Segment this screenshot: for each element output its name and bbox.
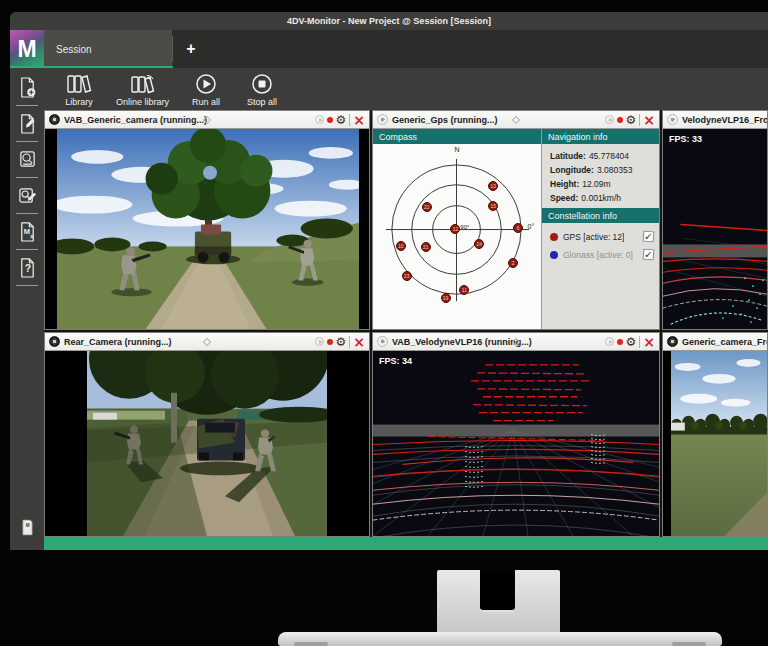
search-disk-button[interactable] — [10, 145, 44, 174]
online-library-button[interactable]: Online library — [108, 68, 177, 110]
satellite-dot-19: 19 — [441, 293, 451, 303]
window-title: 4DV-Monitor - New Project @ Session [Ses… — [287, 16, 491, 26]
panel-front-camera: Generic_camera_Front (running...) — [662, 332, 768, 537]
move-handle-icon[interactable] — [203, 337, 211, 345]
camera-scene — [57, 129, 359, 329]
status-bar — [44, 537, 768, 550]
compass-north-label: N — [454, 146, 459, 153]
glonass-dot-icon — [550, 251, 558, 259]
panel-vab-camera: VAB_Generic_camera (running...) ⚙ × — [44, 110, 370, 330]
panel-title: Generic_Gps (running...) — [392, 115, 498, 125]
record-button[interactable] — [327, 339, 333, 345]
camera-status-icon — [667, 336, 678, 347]
new-document-button[interactable] — [10, 73, 44, 102]
close-monitor-doc-button[interactable]: M × — [10, 217, 44, 246]
tab-session[interactable]: Session — [44, 30, 172, 68]
satellite-dot-15: 15 — [488, 201, 498, 211]
constellation-glonass-row: Glonass [active: 0] ✓ — [550, 249, 654, 260]
edit-document-button[interactable] — [10, 109, 44, 138]
play-button[interactable] — [605, 115, 614, 124]
edit-disk-button[interactable] — [10, 181, 44, 210]
close-panel-button[interactable]: × — [353, 337, 365, 347]
constellation-gps-row: GPS [active: 12] ✓ — [550, 231, 654, 242]
panel-lidar-front: VelodyneVLP16_Front (running...) FPS: 33 — [662, 110, 768, 330]
header-separator — [349, 336, 350, 348]
desktop-background: 4DV-Monitor - New Project @ Session [Ses… — [0, 0, 768, 646]
compass-satellite-layer: 1315622122421102231119 — [373, 144, 541, 329]
record-button[interactable] — [617, 339, 623, 345]
camera-scene — [671, 351, 767, 536]
edit-disk-icon — [18, 185, 37, 206]
play-button[interactable] — [315, 115, 324, 124]
lidar-scene — [373, 351, 659, 536]
lidar-main-view: FPS: 34 — [373, 351, 659, 536]
play-button[interactable] — [315, 337, 324, 346]
session-doc-button[interactable]: M — [10, 513, 44, 542]
svg-text:?: ? — [24, 263, 30, 274]
online-library-label: Online library — [116, 97, 169, 107]
satellite-dot-6: 6 — [513, 223, 523, 233]
app-logo-letter: M — [17, 36, 36, 63]
camera-feed-front — [663, 351, 767, 536]
constellation-info-header: Constellation info — [542, 208, 659, 223]
panel-header[interactable]: VelodyneVLP16_Front (running...) — [663, 111, 767, 129]
panel-header[interactable]: Rear_Camera (running...) ⚙ × — [45, 333, 369, 351]
tab-bar: M Session + — [10, 30, 768, 68]
panel-vab-lidar: VAB_VelodyneVLP16 (running...) ⚙ × — [372, 332, 660, 537]
settings-gear-icon[interactable]: ⚙ — [336, 336, 347, 348]
camera-feed-vab — [45, 129, 369, 329]
panel-title: VAB_Generic_camera (running...) — [64, 115, 207, 125]
glonass-checkbox[interactable]: ✓ — [643, 249, 655, 261]
main-toolbar: Library Online library — [44, 68, 768, 110]
new-tab-button[interactable]: + — [173, 30, 209, 68]
active-tab-underline — [10, 66, 173, 68]
sidebar-divider — [16, 141, 38, 142]
run-all-button[interactable]: Run all — [179, 68, 233, 110]
settings-gear-icon[interactable]: ⚙ — [336, 114, 347, 126]
library-label: Library — [65, 97, 93, 107]
lidar-front-view: FPS: 33 — [663, 129, 767, 329]
satellite-dot-13: 13 — [488, 181, 498, 191]
camera-feed-rear — [45, 351, 369, 536]
nav-longitude: Longitude:3.080353 — [550, 165, 659, 175]
stop-all-label: Stop all — [247, 97, 277, 107]
library-icon — [66, 74, 92, 95]
panel-header[interactable]: Generic_camera_Front (running...) — [663, 333, 767, 351]
tab-session-label: Session — [56, 44, 92, 55]
stop-all-button[interactable]: Stop all — [235, 68, 289, 110]
edit-document-icon — [18, 113, 37, 134]
panel-header[interactable]: Generic_Gps (running...) ⚙ × — [373, 111, 659, 129]
gps-checkbox[interactable]: ✓ — [643, 231, 655, 243]
settings-gear-icon[interactable]: ⚙ — [626, 114, 637, 126]
lidar-scene — [663, 129, 767, 329]
sidebar-divider — [16, 213, 38, 214]
header-separator — [349, 114, 350, 126]
panel-rear-camera: Rear_Camera (running...) ⚙ × — [44, 332, 370, 537]
sidebar-divider — [16, 285, 38, 286]
close-panel-button[interactable]: × — [353, 115, 365, 125]
nav-height: Height:12.09m — [550, 179, 659, 189]
monitor-stand-base — [278, 632, 722, 646]
satellite-dot-23: 23 — [402, 271, 412, 281]
panel-title: VelodyneVLP16_Front (running...) — [682, 115, 767, 125]
navigation-info-header: Navigation info — [542, 129, 659, 144]
panel-header[interactable]: VAB_Generic_camera (running...) ⚙ × — [45, 111, 369, 129]
run-all-icon — [195, 74, 217, 95]
close-panel-button[interactable]: × — [643, 337, 655, 347]
compass-zero-label: 0° — [528, 223, 535, 230]
monitor-stand-hole — [480, 570, 515, 610]
app-window: 4DV-Monitor - New Project @ Session [Ses… — [10, 12, 768, 550]
help-button[interactable]: ? — [10, 253, 44, 282]
window-titlebar[interactable]: 4DV-Monitor - New Project @ Session [Ses… — [10, 12, 768, 30]
record-button[interactable] — [327, 117, 333, 123]
svg-text:×: × — [29, 233, 33, 240]
panel-header[interactable]: VAB_VelodyneVLP16 (running...) ⚙ × — [373, 333, 659, 351]
record-button[interactable] — [617, 117, 623, 123]
settings-gear-icon[interactable]: ⚙ — [626, 336, 637, 348]
move-handle-icon[interactable] — [512, 115, 520, 123]
library-button[interactable]: Library — [52, 68, 106, 110]
close-panel-button[interactable]: × — [643, 115, 655, 125]
panel-title: Rear_Camera (running...) — [64, 337, 172, 347]
sensor-status-icon — [377, 336, 388, 347]
play-button[interactable] — [605, 337, 614, 346]
